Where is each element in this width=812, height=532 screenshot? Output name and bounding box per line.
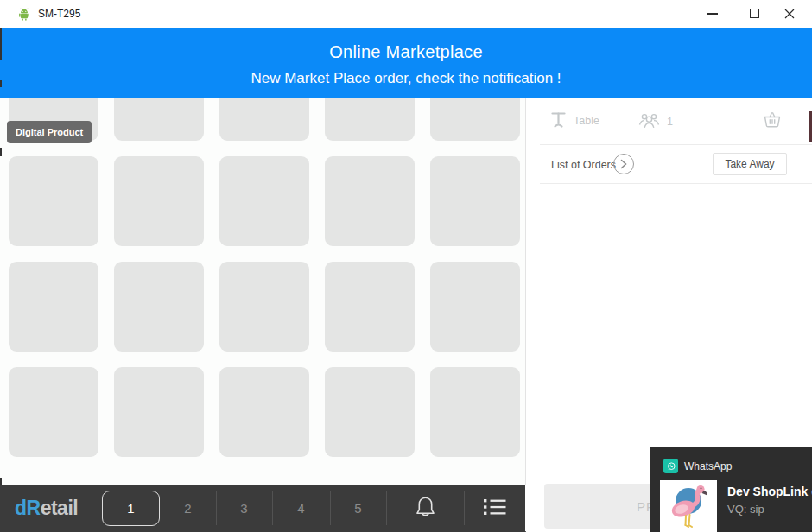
divider (540, 183, 812, 184)
flamingo-image (660, 480, 717, 532)
maximize-button[interactable] (739, 0, 769, 27)
notification-header: WhatsApp (663, 459, 732, 473)
logo-suffix: etail (41, 497, 79, 519)
window-title: SM-T295 (38, 0, 80, 28)
screen-edge-artifact (0, 28, 2, 60)
product-tile[interactable] (219, 367, 309, 457)
list-icon (483, 497, 506, 520)
product-tile[interactable] (430, 98, 520, 141)
notifications-button[interactable] (386, 484, 464, 532)
logo-prefix: dR (15, 497, 41, 519)
take-away-button[interactable]: Take Away (713, 153, 787, 175)
divider (540, 144, 812, 145)
product-tile[interactable] (430, 156, 520, 246)
title-bar: SM-T295 (0, 0, 812, 28)
android-icon (18, 8, 30, 24)
page-4-button[interactable]: 4 (272, 484, 330, 532)
dretail-logo: dRetail (15, 484, 78, 532)
divider (330, 491, 331, 525)
whatsapp-icon (663, 459, 678, 473)
product-tile[interactable] (9, 367, 98, 457)
product-tile[interactable] (325, 98, 415, 141)
divider (272, 491, 273, 525)
basket-button[interactable] (763, 111, 782, 131)
list-of-orders-row[interactable]: List of Orders Take Away (526, 151, 812, 182)
product-tile[interactable] (114, 367, 204, 457)
product-tile[interactable] (219, 156, 309, 246)
page-3-button[interactable]: 3 (216, 484, 272, 532)
product-tile[interactable] (114, 156, 204, 246)
product-tile[interactable] (9, 156, 98, 246)
bottom-bar: dRetail 1 2 3 4 5 (0, 484, 525, 532)
product-grid: Digital Product (0, 98, 525, 484)
page-2-button[interactable]: 2 (160, 484, 216, 532)
product-tile[interactable] (430, 367, 520, 457)
product-tile[interactable] (114, 262, 204, 352)
marketplace-banner[interactable]: Online Marketplace New Market Place orde… (0, 28, 812, 98)
basket-icon (763, 111, 782, 131)
guests-icon (638, 112, 660, 131)
notification-app-name: WhatsApp (684, 460, 732, 472)
product-tile[interactable] (325, 262, 415, 352)
notification-title: Dev ShopLink dR (727, 484, 812, 498)
notification-message: VQ: sip (727, 503, 764, 516)
guest-count-control[interactable]: 1 (638, 112, 673, 131)
screen-edge-artifact (0, 148, 2, 156)
digital-product-tooltip: Digital Product (7, 121, 92, 143)
product-tile[interactable] (9, 262, 98, 352)
order-list-button[interactable] (464, 484, 525, 532)
product-tile[interactable] (219, 98, 309, 141)
list-of-orders-label: List of Orders (551, 159, 616, 171)
page-1-button[interactable]: 1 (102, 491, 160, 526)
product-tile[interactable] (114, 98, 204, 141)
divider (216, 491, 217, 525)
guest-count: 1 (667, 116, 673, 128)
table-selector[interactable]: Table (550, 111, 599, 131)
product-tile[interactable] (430, 262, 520, 352)
table-icon (550, 111, 567, 131)
table-label: Table (574, 115, 599, 127)
banner-title: Online Marketplace (0, 28, 812, 62)
banner-subtitle: New Market Place order, check the notifi… (0, 62, 812, 87)
screen-edge-artifact (0, 80, 2, 87)
close-button[interactable] (775, 0, 804, 27)
page-5-button[interactable]: 5 (330, 484, 386, 532)
bell-icon (414, 495, 437, 522)
app-window: SM-T295 Online Marketplace New Market Pl… (0, 0, 812, 532)
order-header-row: Table 1 (526, 109, 812, 138)
minimize-button[interactable] (698, 0, 727, 27)
product-tile[interactable] (325, 367, 415, 457)
whatsapp-notification[interactable]: WhatsApp Dev ShopLink dR VQ: sip (650, 446, 812, 532)
chevron-right-icon[interactable] (613, 154, 634, 174)
screen-edge-artifact (0, 478, 2, 485)
product-tile[interactable] (325, 156, 415, 246)
product-tile[interactable] (219, 262, 309, 352)
